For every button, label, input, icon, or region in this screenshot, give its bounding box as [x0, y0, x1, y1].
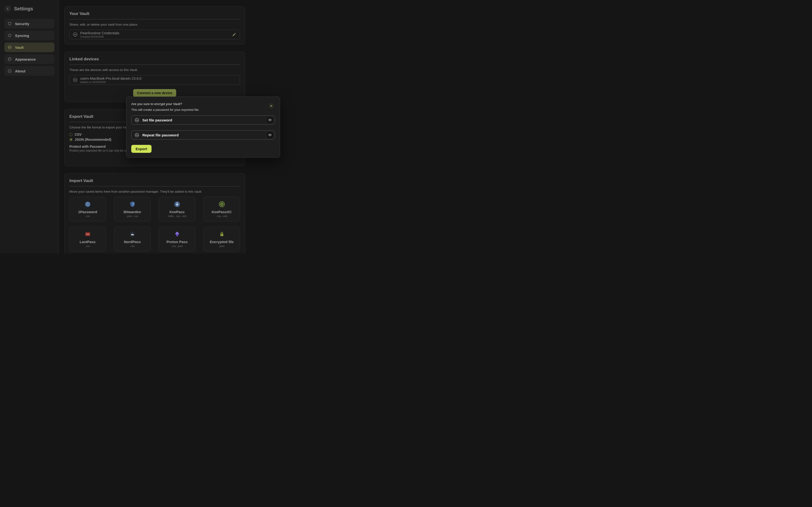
- export-format-json-label: JSON (Recommended): [75, 137, 111, 142]
- back-button[interactable]: [4, 5, 11, 12]
- import-tile-formats: .json: [206, 244, 238, 247]
- connect-button-row: Connect a new device: [69, 89, 240, 97]
- divider: [69, 186, 240, 186]
- import-tile-name: Proton Pass: [161, 240, 193, 244]
- import-tile-formats: .csv, .xml: [206, 215, 238, 218]
- import-tile-name: KeePassXC: [206, 210, 238, 214]
- device-added-date: Added on 02/03/2026: [80, 80, 141, 83]
- linked-devices-description: These are the devices with access to thi…: [69, 68, 240, 72]
- import-tile-nordpass[interactable]: NordPass .csv: [114, 227, 151, 251]
- import-tile-formats: .csv: [71, 215, 104, 218]
- lastpass-icon: [71, 231, 104, 238]
- import-tile-keepassxc[interactable]: KeePassXC .csv, .xml: [203, 197, 240, 221]
- keepassxc-icon: [206, 201, 238, 208]
- onepassword-icon: [71, 201, 104, 208]
- radio-unselected-icon: [69, 133, 72, 136]
- export-format-csv-option[interactable]: CSV: [69, 132, 82, 136]
- sidebar-item-label: Vault: [15, 45, 24, 50]
- eye-icon: [268, 118, 272, 122]
- import-vault-description: Move your saved items here from another …: [69, 190, 240, 193]
- key-in-circle-icon: [134, 118, 140, 123]
- your-vault-card: Your Vault Share, edit, or delete your v…: [64, 6, 245, 44]
- edit-vault-name-button[interactable]: [232, 32, 237, 37]
- import-tile-name: KeePass: [161, 210, 193, 214]
- sidebar-item-appearance[interactable]: Appearance: [4, 54, 54, 64]
- vault-name: PearRuntime Credentials: [80, 31, 119, 35]
- device-text: users-MacBook-Pro.local darwin 23.6.0 Ad…: [80, 76, 141, 83]
- set-password-row: [131, 115, 275, 125]
- settings-title: Settings: [14, 6, 33, 12]
- linked-devices-card: Linked devices These are the devices wit…: [64, 52, 245, 102]
- toggle-repeat-password-visibility-button[interactable]: [267, 132, 273, 138]
- your-vault-title: Your Vault: [69, 11, 240, 16]
- key-in-circle-icon: [72, 32, 78, 37]
- sidebar-item-label: Appearance: [15, 57, 36, 61]
- import-tile-name: 1Password: [71, 210, 104, 214]
- import-grid: 1Password .csv Bitwarden .json, .csv Kee…: [69, 197, 240, 253]
- back-arrow-icon: [6, 7, 9, 10]
- import-tile-protonpass[interactable]: Proton Pass .csv, .json: [159, 227, 195, 251]
- info-icon: [7, 69, 12, 73]
- modal-title: Are you sure to encrypt your Vault?: [131, 102, 275, 106]
- import-vault-title: Import Vault: [69, 178, 240, 183]
- import-tile-name: NordPass: [116, 240, 148, 244]
- eye-icon: [268, 133, 272, 137]
- nordpass-icon: [116, 231, 148, 238]
- encrypt-vault-modal: Are you sure to encrypt your Vault? This…: [126, 97, 280, 158]
- linked-devices-title: Linked devices: [69, 57, 240, 62]
- encrypted-file-icon: [206, 231, 238, 238]
- import-tile-formats: .kdbx, .csv, .xml: [161, 215, 193, 218]
- key-in-circle-icon: [7, 45, 12, 50]
- toggle-password-visibility-button[interactable]: [267, 117, 273, 123]
- export-format-json-option[interactable]: JSON (Recommended): [69, 137, 111, 142]
- import-tile-bitwarden[interactable]: Bitwarden .json, .csv: [114, 197, 151, 221]
- repeat-password-row: [131, 130, 275, 139]
- sidebar-item-about[interactable]: About: [4, 66, 54, 76]
- device-row[interactable]: users-MacBook-Pro.local darwin 23.6.0 Ad…: [69, 75, 240, 85]
- protonpass-icon: [161, 231, 193, 238]
- vault-created-date: Created 02/03/2026: [80, 35, 119, 38]
- settings-app: Settings Security Syncing Vault: [0, 0, 406, 253]
- import-vault-card: Import Vault Move your saved items here …: [64, 173, 245, 253]
- import-tile-formats: .csv, .json: [161, 244, 193, 247]
- shield-icon: [7, 21, 12, 26]
- sidebar-header: Settings: [4, 5, 54, 12]
- close-icon: [270, 105, 272, 107]
- divider: [69, 19, 240, 19]
- import-tile-formats: .csv: [116, 244, 148, 247]
- import-tile-name: LastPass: [71, 240, 104, 244]
- sidebar-item-label: About: [15, 69, 26, 73]
- divider: [69, 64, 240, 65]
- repeat-file-password-input[interactable]: [142, 133, 264, 137]
- sync-icon: [7, 33, 12, 38]
- key-in-circle-icon: [134, 132, 140, 137]
- vault-name-row[interactable]: PearRuntime Credentials Created 02/03/20…: [69, 30, 240, 39]
- sidebar-item-label: Security: [15, 22, 29, 26]
- import-tile-name: Encrypted file: [206, 240, 238, 244]
- palette-icon: [7, 57, 12, 61]
- key-in-circle-icon: [72, 77, 78, 82]
- import-tile-formats: .json, .csv: [116, 215, 148, 218]
- sidebar-item-vault[interactable]: Vault: [4, 43, 54, 52]
- vault-name-text: PearRuntime Credentials Created 02/03/20…: [80, 31, 119, 38]
- modal-close-button[interactable]: [268, 103, 274, 109]
- export-button[interactable]: Export: [131, 145, 152, 153]
- sidebar-item-label: Syncing: [15, 34, 29, 38]
- import-tile-name: Bitwarden: [116, 210, 148, 214]
- modal-subtitle: This will create a password for your exp…: [131, 108, 275, 112]
- sidebar-item-syncing[interactable]: Syncing: [4, 31, 54, 40]
- export-format-csv-label: CSV: [75, 132, 82, 136]
- keepass-icon: [161, 201, 193, 208]
- import-tile-lastpass[interactable]: LastPass .csv: [69, 227, 106, 251]
- bitwarden-icon: [116, 201, 148, 208]
- sidebar-item-security[interactable]: Security: [4, 19, 54, 29]
- import-tile-keepass[interactable]: KeePass .kdbx, .csv, .xml: [159, 197, 195, 221]
- pencil-icon: [232, 32, 236, 37]
- import-tile-encrypted-file[interactable]: Encrypted file .json: [203, 227, 240, 251]
- set-file-password-input[interactable]: [142, 118, 264, 122]
- sidebar: Settings Security Syncing Vault: [0, 0, 59, 253]
- connect-new-device-button[interactable]: Connect a new device: [133, 89, 176, 97]
- import-tile-1password[interactable]: 1Password .csv: [69, 197, 106, 221]
- sidebar-nav: Security Syncing Vault Appearance: [4, 19, 54, 76]
- your-vault-description: Share, edit, or delete your vault from o…: [69, 23, 240, 26]
